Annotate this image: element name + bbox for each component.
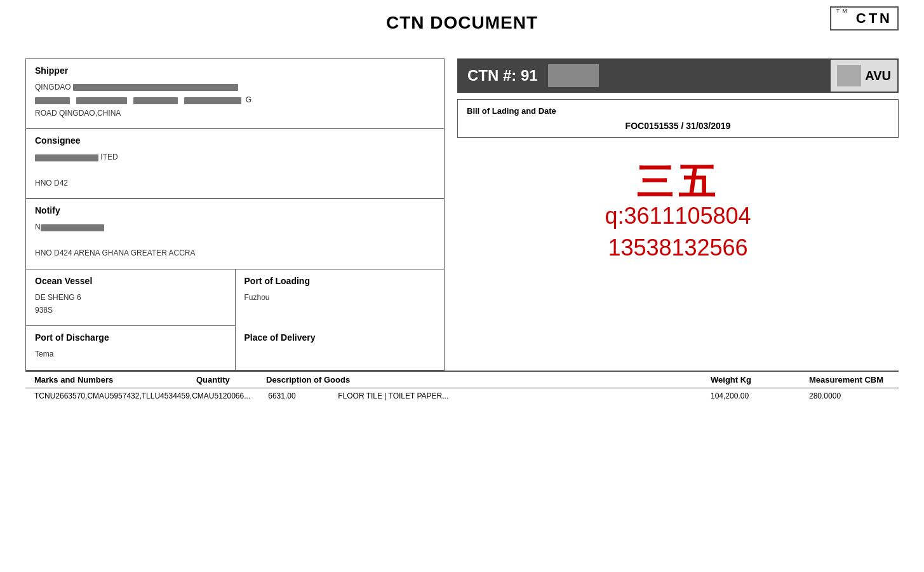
phone-1: q:3611105804	[605, 200, 751, 232]
shipper-redact4	[133, 97, 178, 104]
shipper-section: Shipper QINGDAO G ROAD QINGDAO,CHINA	[26, 59, 444, 129]
port-loading-section: Port of Loading Fuzhou	[236, 269, 445, 327]
cell-desc: FLOOR TILE | TOILET PAPER...	[329, 392, 702, 400]
notify-line1: N	[35, 221, 435, 233]
cell-qty: 6631.00	[259, 392, 329, 400]
shipper-redact1	[73, 84, 238, 91]
port-discharge-value: Tema	[35, 348, 226, 360]
header: CTN DOCUMENT TM CTN	[25, 13, 899, 46]
col-header-meas: Measurement CBM	[800, 375, 899, 385]
ocean-vessel-content: DE SHENG 6 938S	[35, 291, 226, 317]
col-header-marks: Marks and Numbers	[25, 375, 187, 385]
ctn-ref-dark: CTN #: 91	[459, 60, 831, 92]
port-loading-value: Fuzhou	[244, 291, 436, 304]
bill-value: FOC0151535 / 31/03/2019	[467, 121, 889, 131]
logo-text: CTN	[856, 10, 892, 26]
ctn-ref-light: AVU	[831, 60, 897, 92]
ocean-vessel-section: Ocean Vessel DE SHENG 6 938S	[26, 269, 236, 327]
shipper-line3: ROAD QINGDAO,CHINA	[35, 107, 435, 119]
notify-redact1	[41, 224, 104, 231]
consignee-content: ITED HNO D42	[35, 151, 435, 189]
cell-meas: 280.0000	[800, 392, 899, 400]
bill-section: Bill of Lading and Date FOC0151535 / 31/…	[457, 99, 899, 138]
shipper-line1: QINGDAO	[35, 81, 435, 93]
notify-line2	[35, 234, 435, 247]
shipper-redact3	[76, 97, 127, 104]
col-header-desc: Description of Goods	[257, 375, 702, 385]
cell-weight: 104,200.00	[702, 392, 800, 400]
consignee-line1: ITED	[35, 151, 435, 163]
consignee-line2	[35, 164, 435, 177]
cell-marks: TCNU2663570,CMAU5957432,TLLU4534459,CMAU…	[25, 392, 259, 400]
consignee-line3: HNO D42	[35, 177, 435, 189]
chinese-chars: 三五	[636, 163, 720, 200]
table-row: TCNU2663570,CMAU5957432,TLLU4534459,CMAU…	[25, 388, 899, 404]
consignee-section: Consignee ITED HNO D42	[26, 129, 444, 199]
vessel-loading-row: Ocean Vessel DE SHENG 6 938S Port of Loa…	[26, 269, 444, 327]
place-delivery-section: Place of Delivery	[236, 326, 445, 369]
place-delivery-label: Place of Delivery	[244, 332, 436, 343]
notify-line3: HNO D424 ARENA GHANA GREATER ACCRA	[35, 247, 435, 259]
phone-2: 13538132566	[608, 232, 747, 264]
port-discharge-section: Port of Discharge Tema	[26, 326, 236, 369]
goods-table: Marks and Numbers Quantity Description o…	[25, 371, 899, 404]
discharge-delivery-row: Port of Discharge Tema Place of Delivery	[26, 326, 444, 369]
notify-label: Notify	[35, 205, 435, 215]
port-loading-label: Port of Loading	[244, 276, 436, 286]
vessel-line1: DE SHENG 6	[35, 291, 226, 304]
port-discharge-label: Port of Discharge	[35, 332, 226, 343]
page-title: CTN DOCUMENT	[386, 13, 538, 33]
ocean-vessel-label: Ocean Vessel	[35, 276, 226, 286]
col-header-qty: Quantity	[187, 375, 257, 385]
shipper-line2: G	[35, 93, 435, 106]
consignee-redact1	[35, 154, 98, 161]
ctn-thumb-redact	[548, 64, 599, 87]
chinese-block: 三五 q:3611105804 13538132566	[457, 144, 899, 283]
ctn-ref-box: CTN #: 91 AVU	[457, 58, 899, 93]
table-header-row: Marks and Numbers Quantity Description o…	[25, 372, 899, 388]
shipper-redact5	[184, 97, 241, 104]
consignee-label: Consignee	[35, 135, 435, 146]
ctn-logo: TM CTN	[830, 6, 899, 31]
bill-label: Bill of Lading and Date	[467, 106, 889, 116]
ctn-avu-text: AVU	[865, 69, 891, 83]
left-panel: Shipper QINGDAO G ROAD QINGDAO,CHINA	[25, 58, 445, 371]
shipper-label: Shipper	[35, 65, 435, 76]
main-content: Shipper QINGDAO G ROAD QINGDAO,CHINA	[25, 58, 899, 371]
col-header-weight: Weight Kg	[702, 375, 800, 385]
notify-content: N HNO D424 ARENA GHANA GREATER ACCRA	[35, 221, 435, 259]
right-panel: CTN #: 91 AVU Bill of Lading and Date FO…	[457, 58, 899, 371]
shipper-content: QINGDAO G ROAD QINGDAO,CHINA	[35, 81, 435, 119]
ctn-thumb-box	[837, 65, 861, 86]
tm-mark: TM	[836, 8, 850, 14]
vessel-line2: 938S	[35, 304, 226, 317]
notify-section: Notify N HNO D424 ARENA GHANA GREATER AC…	[26, 199, 444, 269]
shipper-redact2	[35, 97, 70, 104]
ctn-ref-number: CTN #: 91	[467, 67, 538, 85]
